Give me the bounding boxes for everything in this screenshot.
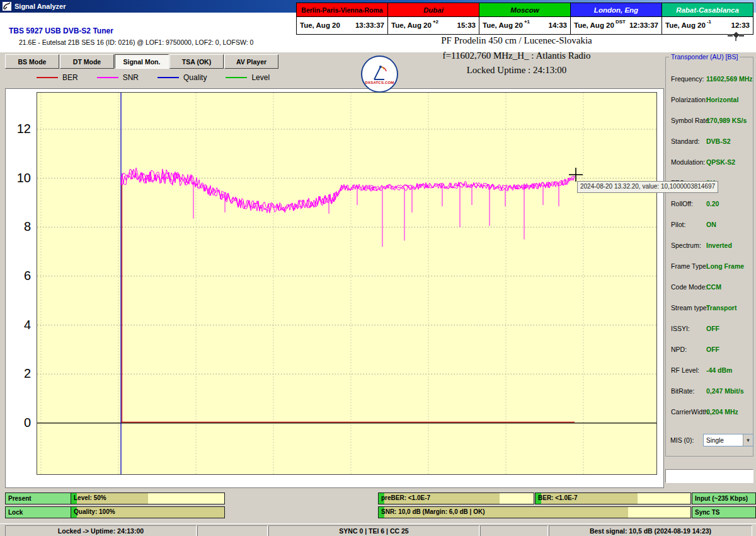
tab-bs-mode[interactable]: BS Mode	[5, 54, 59, 69]
clock-dubai: DubaiTue, Aug 20+215:33	[387, 3, 479, 34]
transponder-row-value: 0,204 MHz	[706, 408, 738, 416]
transponder-row-polarization: Polarization:Horizontal	[666, 96, 753, 105]
present-indicator: Present	[5, 492, 72, 504]
clock-offset: +1	[524, 17, 530, 25]
transponder-row-value: CCM	[706, 283, 721, 291]
dish-location-text: PF Prodelin 450 cm / Lucenec-Slovakia	[328, 35, 706, 46]
mis-selected-value: Single	[706, 437, 724, 444]
clock-berlin-paris-vienna-roma: Berlin-Paris-Vienna-RomaTue, Aug 2013:33…	[297, 3, 387, 34]
clock-time: 15:33	[457, 21, 476, 29]
dxsatcs-logo: DXSATCS.COM	[361, 55, 398, 93]
clock-datetime: Tue, Aug 20+215:33	[388, 17, 479, 33]
mis-label: MIS (0):	[670, 436, 694, 444]
legend-level-line	[226, 77, 247, 78]
clock-moscow: MoscowTue, Aug 20+114:33	[479, 3, 570, 34]
transponder-row-pilot: Pilot:ON	[666, 221, 753, 230]
transponder-row-label: BitRate:	[671, 387, 694, 395]
legend-ber-line	[37, 77, 58, 78]
antenna-icon	[369, 64, 391, 81]
legend-item-level: Level	[226, 73, 270, 82]
transponder-row-value: OFF	[706, 346, 719, 353]
lock-indicator: Lock	[5, 506, 72, 518]
transponder-panel: Frequency:11602,569 MHzPolarization:Hori…	[665, 57, 753, 457]
transponder-row-symbol-rate: Symbol Rate:170,989 KS/s	[666, 117, 753, 125]
transponder-row-carrierwidth: CarrierWidth:0,204 MHz	[666, 408, 753, 417]
transponder-row-code-mode: Code Mode:CCM	[666, 283, 753, 292]
clock-date: Tue, Aug 20	[574, 21, 614, 29]
ber-progressbar: BER: <1.0E-7	[535, 492, 691, 504]
clock-city-label: Moscow	[479, 3, 570, 17]
window-title: Signal Analyzer	[14, 3, 66, 10]
y-axis-label: 4	[7, 318, 31, 332]
transponder-row-label: CarrierWidth:	[671, 408, 710, 416]
clock-offset: -1	[707, 17, 711, 25]
transponder-row-label: Frame Type:	[671, 262, 708, 270]
transponder-row-npd: NPD:OFF	[666, 346, 753, 354]
chart-tooltip: 2024-08-20 13.32.20, value: 10,100000381…	[577, 181, 718, 193]
snr-progressbar: SNR: 10,0 dB (Margin: 6,0 dB | OK)	[378, 506, 691, 518]
tuner-name: TBS 5927 USB DVB-S2 Tuner	[9, 26, 113, 35]
transponder-row-label: Standard:	[671, 137, 700, 145]
transponder-panel-title: Transponder (AU) [BS]	[669, 53, 740, 61]
statusbar-sync-counters: SYNC 0 | TEI 6 | CC 25	[268, 525, 479, 536]
transponder-row-label: Modulation:	[671, 158, 705, 166]
transponder-row-label: NPD:	[671, 346, 687, 353]
clock-city-label: Rabat-Casablanca	[662, 3, 753, 17]
legend-label: BER	[62, 73, 78, 82]
transponder-row-label: Stream type:	[671, 304, 709, 312]
statusbar-spacer-1	[197, 525, 268, 536]
chevron-down-icon: ▾	[743, 434, 753, 446]
legend-item-quality: Quality	[158, 73, 207, 82]
transponder-row-label: Spectrum:	[671, 242, 701, 249]
level-progressbar: Level: 50%	[71, 492, 225, 504]
clock-date: Tue, Aug 20	[391, 21, 432, 29]
transponder-row-frame-type: Frame Type:Long Frame	[666, 262, 753, 271]
transponder-row-value: Horizontal	[706, 96, 738, 103]
tab-signal-mon[interactable]: Signal Mon.	[115, 54, 169, 69]
transponder-row-issyi: ISSYI:OFF	[666, 325, 753, 334]
transponder-row-value: QPSK-S2	[706, 158, 735, 166]
transponder-row-value: ON	[706, 221, 716, 228]
clock-time: 14:33	[549, 21, 567, 29]
transponder-row-value: OFF	[706, 325, 719, 332]
signal-plot[interactable]	[37, 92, 657, 475]
transponder-row-value: DVB-S2	[706, 137, 731, 145]
y-axis-label: 0	[7, 416, 31, 429]
mis-dropdown[interactable]: Single ▾	[703, 434, 753, 446]
statusbar: Locked -> Uptime: 24:13:00 SYNC 0 | TEI …	[0, 523, 756, 536]
y-axis-label: 6	[7, 269, 31, 283]
y-axis-label: 10	[7, 171, 31, 185]
signal-analyzer-window: Signal Analyzer TBS 5927 USB DVB-S2 Tune…	[0, 0, 756, 536]
clock-date: Tue, Aug 20	[665, 21, 706, 29]
transponder-row-label: Code Mode:	[671, 283, 707, 291]
statusbar-spacer-2	[480, 525, 548, 536]
clock-offset: DST	[616, 17, 626, 25]
transponder-row-modulation: Modulation:QPSK-S2	[666, 158, 753, 167]
clock-datetime: Tue, Aug 20DST12:33:37	[571, 17, 662, 33]
clock-date: Tue, Aug 20	[483, 21, 523, 29]
tab-tsa-ok[interactable]: TSA (OK)	[169, 54, 224, 69]
snr-progressbar-label: SNR: 10,0 dB (Margin: 6,0 dB | OK)	[381, 508, 484, 515]
clock-rabat-casablanca: Rabat-CasablancaTue, Aug 20-112:33	[662, 3, 753, 34]
clock-datetime: Tue, Aug 20+114:33	[479, 17, 570, 33]
signal-plot-svg	[37, 93, 656, 474]
quality-progressbar-label: Quality: 100%	[74, 508, 115, 515]
preber-progressbar-label: preBER: <1.0E-7	[381, 494, 430, 501]
transponder-row-label: ISSYI:	[671, 325, 690, 332]
tab-av-player[interactable]: AV Player	[224, 54, 278, 69]
tuner-details: 21.6E - Eutelsat 21B SES 16 (ID: 0216) @…	[19, 38, 253, 46]
transponder-row-rf-level: RF Level:-44 dBm	[666, 366, 753, 375]
clock-london-eng: London, EngTue, Aug 20DST12:33:37	[570, 3, 662, 34]
y-axis-label: 8	[7, 219, 31, 233]
preber-progressbar: preBER: <1.0E-7	[378, 492, 534, 504]
tab-dt-mode[interactable]: DT Mode	[60, 54, 114, 69]
y-axis-label: 12	[7, 122, 31, 136]
clock-city-label: Berlin-Paris-Vienna-Roma	[297, 3, 387, 17]
transponder-row-value: 11602,569 MHz	[706, 75, 753, 83]
transponder-row-value: Inverted	[706, 242, 732, 249]
transponder-row-label: RollOff:	[671, 200, 693, 207]
clock-date: Tue, Aug 20	[300, 21, 340, 29]
ber-progressbar-label: BER: <1.0E-7	[538, 494, 578, 501]
transponder-row-value: 0,247 Mbit/s	[706, 387, 744, 395]
clock-city-label: Dubai	[388, 3, 479, 17]
